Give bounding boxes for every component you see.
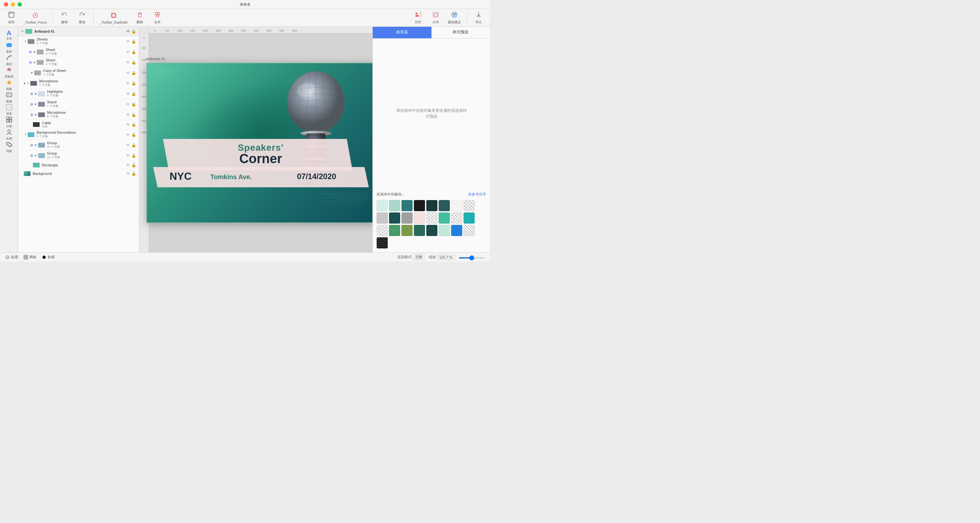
zoom-value[interactable]: 125.7 % (437, 255, 455, 260)
color-swatch[interactable] (414, 212, 425, 223)
layer-stand[interactable]: ⊕ ▶ Stand 2 个对象 👁 🔒 (18, 99, 139, 110)
color-swatch[interactable] (377, 200, 388, 211)
tool-group[interactable]: 分组 (2, 116, 16, 128)
color-swatch[interactable] (439, 225, 450, 236)
zoom-range-input[interactable] (459, 257, 485, 258)
group1-expand[interactable]: ▶ (34, 143, 38, 147)
tab-style-presets[interactable]: 样式预设 (431, 27, 490, 38)
group2-visibility[interactable]: 👁 (126, 153, 130, 158)
color-swatch[interactable] (389, 225, 400, 236)
color-swatch[interactable] (389, 212, 400, 223)
layer-microphone-group[interactable]: ● ▼ Microphone 4 个对象 👁 🔒 (18, 78, 139, 89)
toolbar-distribute[interactable]: 分布 (428, 10, 444, 26)
status-zoom[interactable]: 缩放 125.7 % (429, 255, 485, 260)
artboard-header[interactable]: ▼ Artboard #1 👁 🔒 (18, 27, 139, 36)
color-swatch[interactable] (389, 200, 400, 211)
artboard-visibility[interactable]: 👁 (126, 29, 130, 33)
mic-group-expand[interactable]: ▼ (26, 81, 30, 85)
highlights-lock[interactable]: 🔒 (131, 91, 136, 96)
toolbar-undo[interactable]: 撤销 (56, 10, 73, 26)
status-render-mode[interactable]: 渲染模式 完整 (397, 254, 425, 260)
color-swatch[interactable] (414, 200, 425, 211)
sheet-copy-visibility[interactable]: 👁 (126, 70, 130, 75)
toolbar-duplicate[interactable]: _Toolbar_Duplicate (97, 10, 130, 26)
tool-link[interactable]: 内嵌 (2, 141, 16, 153)
group2-expand[interactable]: ▶ (34, 154, 38, 158)
bg-deco-visibility[interactable]: 👁 (126, 132, 130, 137)
color-swatch-stripe[interactable] (463, 225, 475, 236)
color-swatch-stripe2[interactable] (377, 237, 388, 249)
color-swatch[interactable] (451, 200, 462, 211)
layer-sheets[interactable]: ▼ Sheets 3 个对象 👁 🔒 (18, 36, 139, 47)
mic-group-visibility[interactable]: 👁 (126, 81, 130, 86)
sheet2-expand[interactable]: ▶ (33, 61, 37, 64)
layer-group2[interactable]: ⊕ ▶ Group 14 个对象 👁 🔒 (18, 150, 139, 161)
mic-sub-expand[interactable]: ▶ (34, 113, 38, 117)
zoom-slider[interactable] (459, 255, 485, 259)
layer-sheet2[interactable]: ⊕ ▶ Sheet 4 个对象 👁 🔒 (18, 57, 139, 68)
sheet2-lock[interactable]: 🔒 (131, 60, 136, 65)
layer-highlights[interactable]: ⊕ ▶ Highlights 5 个对象 👁 🔒 (18, 89, 139, 99)
group2-lock[interactable]: 🔒 (131, 153, 136, 158)
sheets-expand[interactable]: ▼ (24, 40, 27, 43)
color-swatch[interactable] (401, 212, 412, 223)
sheet-copy-lock[interactable]: 🔒 (131, 70, 136, 75)
rectangle-lock[interactable]: 🔒 (131, 163, 136, 167)
toolbar-canvas[interactable]: 画布 (3, 10, 20, 26)
canvas-area[interactable]: 0 50 100 150 200 250 300 350 400 450 500… (139, 27, 372, 252)
sheet1-visibility[interactable]: 👁 (126, 50, 130, 54)
stand-expand[interactable]: ▶ (34, 102, 38, 106)
tool-clip[interactable]: 剪贴画 (2, 67, 16, 78)
tool-bg[interactable]: 背景 (2, 104, 16, 116)
cable-visibility[interactable]: 👁 (126, 122, 130, 127)
sheet2-visibility[interactable]: 👁 (126, 60, 130, 65)
layer-bg-deco[interactable]: ▼ Background Decorations 3 个对象 👁 🔒 (18, 129, 139, 140)
toolbar-delete[interactable]: 删除 (132, 10, 148, 26)
layer-rectangle[interactable]: Rectangle 👁 🔒 (18, 161, 139, 169)
group1-visibility[interactable]: 👁 (126, 143, 130, 147)
color-swatch[interactable] (426, 225, 438, 236)
layer-sheet-copy[interactable]: ▶ Copy of Sheet 4 个对象 👁 🔒 (18, 68, 139, 78)
tool-image[interactable]: 图像 (2, 91, 16, 103)
mic-sub-visibility[interactable]: 👁 (126, 112, 130, 117)
highlights-visibility[interactable]: 👁 (126, 91, 130, 96)
color-swatch[interactable] (401, 200, 412, 211)
toolbar-merge[interactable]: 合并 (149, 10, 165, 26)
toolbar-align[interactable]: 对齐 (410, 10, 426, 26)
tool-text[interactable]: A 文本 (2, 29, 16, 41)
color-swatch[interactable] (426, 200, 438, 211)
layer-sheet1[interactable]: ⊕ ▶ Sheet 4 个对象 👁 🔒 (18, 47, 139, 57)
close-button[interactable] (4, 2, 8, 6)
color-swatch-transparent3[interactable] (451, 212, 462, 223)
tool-path[interactable]: 路径 (2, 54, 16, 66)
maximize-button[interactable] (18, 2, 22, 6)
color-swatch[interactable] (451, 225, 462, 236)
rectangle-visibility[interactable]: 👁 (126, 163, 130, 167)
color-swatch[interactable] (377, 212, 388, 223)
cable-lock[interactable]: 🔒 (131, 122, 136, 127)
color-swatch[interactable] (439, 200, 450, 211)
color-swatch-transparent[interactable] (463, 200, 475, 211)
layer-group1[interactable]: ⊕ ▶ Group 10 个对象 👁 🔒 (18, 140, 139, 150)
mic-sub-lock[interactable]: 🔒 (131, 112, 136, 117)
sheet1-expand[interactable]: ▶ (33, 50, 37, 54)
color-swatch[interactable] (401, 225, 412, 236)
layer-microphone-sub[interactable]: ⊕ ▶ Microphone 8 个对象 👁 🔒 (18, 110, 139, 120)
color-swatch-transparent4[interactable] (377, 225, 388, 236)
tool-star[interactable]: 模板 (2, 79, 16, 91)
stand-visibility[interactable]: 👁 (126, 102, 130, 107)
bg-deco-lock[interactable]: 🔒 (131, 132, 136, 137)
color-swatch[interactable] (439, 212, 450, 223)
bg-deco-expand[interactable]: ▼ (24, 133, 27, 137)
mic-group-lock[interactable]: 🔒 (131, 81, 136, 86)
sheet1-lock[interactable]: 🔒 (131, 50, 136, 54)
toolbar-export[interactable]: 导出 (470, 10, 487, 26)
group1-lock[interactable]: 🔒 (131, 143, 136, 147)
background-lock[interactable]: 🔒 (131, 171, 136, 176)
toolbar-redo[interactable]: 重做 (74, 10, 90, 26)
stand-lock[interactable]: 🔒 (131, 102, 136, 107)
color-swatch[interactable] (463, 212, 475, 223)
color-swatch[interactable] (414, 225, 425, 236)
sheets-visibility[interactable]: 👁 (126, 39, 130, 44)
layer-background[interactable]: Background 👁 🔒 (18, 169, 139, 178)
